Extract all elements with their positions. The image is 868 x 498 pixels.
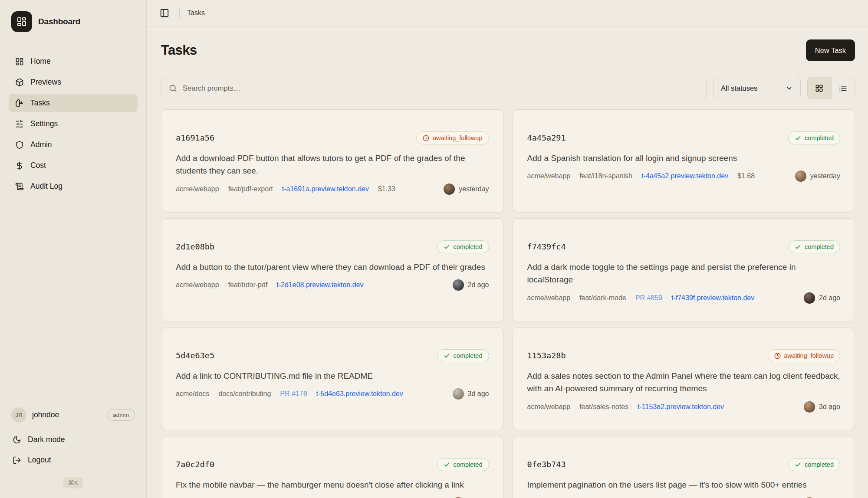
avatar (453, 279, 464, 291)
clock-icon (423, 135, 429, 141)
list-view-icon (839, 84, 847, 92)
preview-link[interactable]: t-5d4e63.preview.tekton.dev (316, 390, 403, 398)
sidebar-item-label: Previews (30, 78, 61, 87)
repo-name: acme/webapp (176, 185, 219, 193)
brand-logo (11, 11, 32, 32)
sidebar-item-previews[interactable]: Previews (9, 73, 138, 92)
moon-icon (13, 436, 21, 444)
avatar (804, 401, 815, 413)
task-id: 1153a28b (527, 351, 566, 360)
status-label: completed (805, 134, 834, 141)
dashboard-logo-icon (16, 16, 27, 27)
sidebar-toggle-button[interactable] (157, 6, 172, 20)
sidebar-item-tasks[interactable]: Tasks (9, 94, 138, 112)
pr-link[interactable]: PR #178 (280, 390, 307, 398)
task-meta: acme/webapp feat/pdf-export t-a1691a.pre… (176, 183, 489, 195)
task-card[interactable]: 4a45a291 completed Add a Spanish transla… (513, 109, 855, 213)
repo-name: acme/webapp (527, 294, 571, 302)
status-label: completed (454, 243, 483, 250)
repo-name: acme/webapp (176, 281, 219, 289)
list-view-button[interactable] (831, 77, 855, 99)
chevron-down-icon (786, 85, 793, 92)
grid-view-button[interactable] (808, 77, 831, 99)
branch-name: feat/i18n-spanish (579, 172, 632, 180)
avatar (804, 292, 815, 304)
sidebar-item-settings[interactable]: Settings (9, 115, 138, 133)
task-card[interactable]: 0fe3b743 completed Implement pagination … (513, 436, 855, 498)
view-toggle-group (807, 77, 855, 99)
brand: Dashboard (9, 11, 138, 32)
task-card[interactable]: 1153a28b awaiting_followup Add a sales n… (513, 327, 855, 430)
status-label: completed (805, 243, 834, 250)
task-meta: acme/docs docs/contributing PR #178 t-5d… (176, 388, 489, 400)
task-card[interactable]: 5d4e63e5 completed Add a link to CONTRIB… (161, 327, 504, 430)
task-card[interactable]: 7a0c2df0 completed Fix the mobile navbar… (161, 436, 504, 498)
pr-link[interactable]: PR #859 (635, 294, 662, 302)
command-k-shortcut: ⌘K (63, 477, 82, 488)
task-card[interactable]: 2d1e08bb completed Add a button to the t… (161, 218, 504, 321)
search-box[interactable] (161, 77, 707, 99)
topbar-divider (179, 7, 180, 19)
status-label: completed (454, 461, 483, 468)
preview-link[interactable]: t-4a45a2.preview.tekton.dev (641, 172, 728, 180)
dashboard-grid-icon (15, 57, 24, 66)
task-description: Add a download PDF button that allows tu… (176, 152, 489, 177)
logout-label: Logout (28, 455, 51, 465)
status-filter-select[interactable]: All statuses (713, 77, 801, 99)
branch-name: feat/tutor-pdf (228, 281, 268, 289)
task-cost: $1.68 (737, 172, 755, 180)
role-badge: admin (107, 409, 135, 421)
repo-name: acme/docs (176, 390, 209, 398)
task-card-header: 0fe3b743 completed (527, 460, 841, 471)
preview-link[interactable]: t-a1691a.preview.tekton.dev (282, 185, 369, 193)
user-row[interactable]: JR johndoe admin (9, 404, 138, 429)
search-input[interactable] (183, 84, 699, 92)
task-meta-right: yesterday (795, 170, 840, 182)
task-time: 2d ago (468, 281, 489, 289)
topbar: Tasks (147, 0, 868, 26)
preview-link[interactable]: t-1153a2.preview.tekton.dev (638, 403, 724, 411)
task-cost: $1.33 (378, 185, 395, 193)
scroll-icon (15, 182, 24, 191)
check-icon (795, 462, 801, 468)
box-icon (15, 78, 24, 87)
logout-button[interactable]: Logout (9, 451, 138, 469)
task-description: Implement pagination on the users list p… (527, 478, 841, 491)
task-card-header: a1691a56 awaiting_followup (176, 133, 489, 144)
task-card-header: 5d4e63e5 completed (176, 351, 489, 362)
sidebar: Dashboard Home Previews Tasks Settings A… (0, 0, 147, 498)
sidebar-item-home[interactable]: Home (9, 52, 138, 71)
task-meta-right: 2d ago (804, 292, 840, 304)
task-card[interactable]: a1691a56 awaiting_followup Add a downloa… (161, 109, 504, 213)
status-badge: completed (788, 131, 840, 144)
task-card[interactable]: f7439fc4 completed Add a dark mode toggl… (513, 218, 855, 321)
status-badge: completed (437, 458, 489, 471)
task-description: Add a button to the tutor/parent view wh… (176, 261, 489, 273)
brand-name: Dashboard (38, 17, 80, 26)
main-area: Tasks Tasks New Task All statuses (147, 0, 868, 498)
task-time: yesterday (459, 185, 489, 193)
repo-name: acme/webapp (527, 172, 571, 180)
avatar (453, 388, 464, 400)
task-card-header: 1153a28b awaiting_followup (527, 351, 841, 362)
status-label: completed (454, 352, 483, 359)
task-description: Add a sales notes section to the Admin P… (527, 370, 841, 395)
logout-icon (13, 456, 21, 465)
sidebar-item-admin[interactable]: Admin (9, 135, 138, 154)
task-meta: acme/webapp feat/tutor-pdf t-2d1e08.prev… (176, 279, 489, 291)
preview-link[interactable]: t-2d1e08.preview.tekton.dev (276, 281, 363, 289)
task-time: 2d ago (819, 294, 840, 302)
task-card-header: 2d1e08bb completed (176, 242, 489, 253)
preview-link[interactable]: t-f7439f.preview.tekton.dev (671, 294, 754, 302)
grid-view-icon (815, 84, 823, 92)
new-task-button[interactable]: New Task (806, 39, 855, 61)
status-badge: completed (437, 240, 489, 253)
username: johndoe (32, 410, 59, 419)
sidebar-item-label: Admin (30, 140, 52, 149)
sidebar-item-audit-log[interactable]: Audit Log (9, 177, 138, 196)
sidebar-item-cost[interactable]: Cost (9, 156, 138, 175)
repo-name: acme/webapp (527, 403, 571, 411)
task-meta: acme/webapp feat/dark-mode PR #859 t-f74… (527, 292, 841, 304)
content: Tasks New Task All statuses (147, 26, 868, 498)
dark-mode-toggle[interactable]: Dark mode (9, 430, 138, 449)
